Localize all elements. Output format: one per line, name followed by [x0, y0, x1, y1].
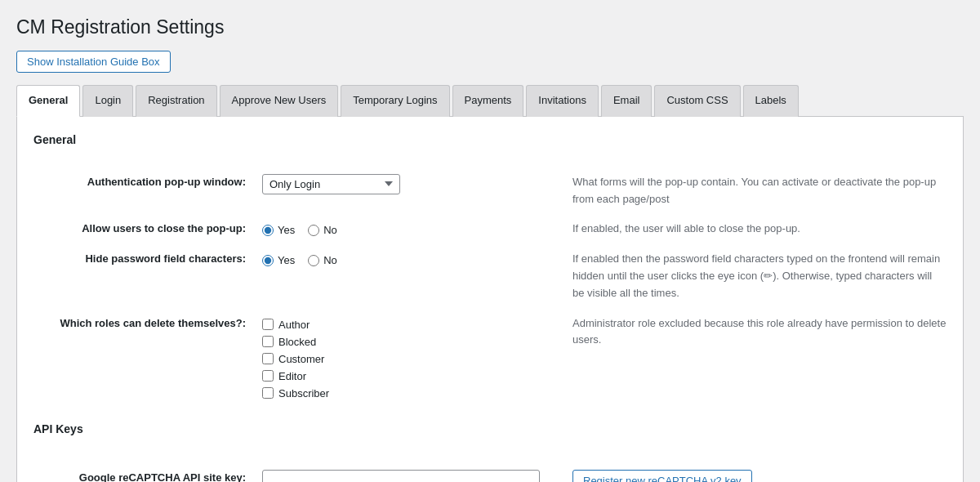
auth-popup-select[interactable]: Only LoginOnly RegistrationLogin and Reg…: [262, 174, 400, 194]
auth-popup-desc: What forms will the pop-up contain. You …: [572, 167, 947, 215]
register-recaptcha-button[interactable]: Register new reCAPTCHA v2 key: [572, 470, 752, 482]
tab-payments[interactable]: Payments: [452, 85, 524, 117]
site-key-label: Google reCAPTCHA API site key:: [33, 463, 262, 482]
role-blocked-text: Blocked: [278, 336, 316, 348]
site-key-row: Google reCAPTCHA API site key: Register …: [33, 463, 947, 482]
auth-popup-label: Authentication pop-up window:: [33, 167, 262, 215]
general-form-table: Authentication pop-up window: Only Login…: [33, 167, 947, 482]
role-blocked-checkbox[interactable]: [262, 336, 274, 347]
tab-login[interactable]: Login: [82, 85, 133, 117]
delete-roles-row: Which roles can delete themselves?: Auth…: [33, 309, 947, 406]
site-key-input-cell: [262, 463, 572, 482]
role-subscriber-label[interactable]: Subscriber: [262, 387, 556, 399]
auth-popup-row: Authentication pop-up window: Only Login…: [33, 167, 947, 215]
allow-close-label: Allow users to close the pop-up:: [33, 214, 262, 244]
role-editor-text: Editor: [278, 370, 306, 382]
hide-password-radio-group: Yes No: [262, 251, 556, 266]
hide-password-row: Hide password field characters: Yes No: [33, 244, 947, 308]
role-author-checkbox[interactable]: [262, 319, 274, 330]
hide-password-yes-text: Yes: [278, 254, 295, 266]
tab-general[interactable]: General: [16, 85, 80, 117]
allow-close-yes-label[interactable]: Yes: [262, 224, 295, 236]
tab-registration[interactable]: Registration: [136, 85, 216, 117]
allow-close-no-text: No: [323, 224, 337, 236]
role-subscriber-text: Subscriber: [278, 387, 329, 399]
hide-password-no-text: No: [323, 254, 337, 266]
hide-password-input-cell: Yes No: [262, 244, 572, 308]
eye-icon: ✏: [764, 270, 773, 282]
allow-close-input-cell: Yes No: [262, 214, 572, 244]
show-guide-button[interactable]: Show Installation Guide Box: [16, 51, 171, 73]
hide-password-yes-radio[interactable]: [262, 255, 274, 266]
page-title: CM Registration Settings: [16, 16, 964, 38]
role-blocked-label[interactable]: Blocked: [262, 336, 556, 348]
auth-popup-input-cell: Only LoginOnly RegistrationLogin and Reg…: [262, 167, 572, 215]
delete-roles-desc: Administrator role excluded because this…: [572, 309, 947, 406]
api-keys-section-heading: API Keys: [33, 422, 947, 442]
tab-email[interactable]: Email: [601, 85, 653, 117]
allow-close-yes-text: Yes: [278, 224, 295, 236]
hide-password-label: Hide password field characters:: [33, 244, 262, 308]
allow-close-no-label[interactable]: No: [308, 224, 337, 236]
hide-password-no-radio[interactable]: [308, 255, 319, 266]
role-editor-label[interactable]: Editor: [262, 370, 556, 382]
role-customer-checkbox[interactable]: [262, 353, 274, 364]
tab-labels[interactable]: Labels: [743, 85, 799, 117]
role-author-text: Author: [278, 319, 310, 331]
role-subscriber-checkbox[interactable]: [262, 387, 274, 399]
hide-password-no-label[interactable]: No: [308, 254, 337, 266]
content-area: General Authentication pop-up window: On…: [16, 117, 964, 482]
role-editor-checkbox[interactable]: [262, 370, 274, 382]
allow-close-row: Allow users to close the pop-up: Yes No …: [33, 214, 947, 244]
hide-password-desc: If enabled then the password field chara…: [572, 244, 947, 308]
tab-temporary-logins[interactable]: Temporary Logins: [341, 85, 449, 117]
allow-close-desc: If enabled, the user will able to close …: [572, 214, 947, 244]
api-keys-section-row: API Keys: [33, 406, 947, 463]
delete-roles-checkbox-group: Author Blocked Customer Editor: [262, 315, 556, 399]
hide-password-yes-label[interactable]: Yes: [262, 254, 295, 266]
tabs-nav: General Login Registration Approve New U…: [16, 85, 964, 117]
delete-roles-label: Which roles can delete themselves?:: [33, 309, 262, 406]
api-keys-section-cell: API Keys: [33, 406, 947, 463]
delete-roles-input-cell: Author Blocked Customer Editor: [262, 309, 572, 406]
allow-close-radio-group: Yes No: [262, 221, 556, 236]
site-key-input[interactable]: [262, 470, 540, 482]
tab-invitations[interactable]: Invitations: [526, 85, 599, 117]
site-key-desc-cell: Register new reCAPTCHA v2 key: [572, 463, 947, 482]
allow-close-no-radio[interactable]: [308, 225, 319, 236]
tab-custom-css[interactable]: Custom CSS: [654, 85, 740, 117]
tab-approve-new-users[interactable]: Approve New Users: [220, 85, 339, 117]
general-section-heading: General: [33, 133, 947, 153]
role-customer-label[interactable]: Customer: [262, 353, 556, 365]
role-author-label[interactable]: Author: [262, 319, 556, 331]
role-customer-text: Customer: [278, 353, 324, 365]
allow-close-yes-radio[interactable]: [262, 225, 274, 236]
